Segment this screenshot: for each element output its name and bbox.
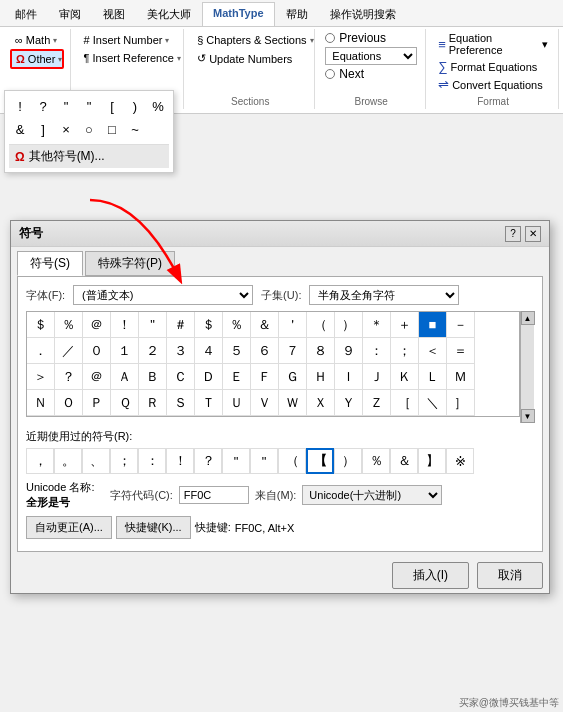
rc-3[interactable]: ； <box>110 448 138 474</box>
sym-rparen[interactable]: ) <box>124 95 146 117</box>
sym-question[interactable]: ? <box>32 95 54 117</box>
tab-view[interactable]: 视图 <box>92 2 136 26</box>
sc-0-13[interactable]: ＋ <box>391 312 419 338</box>
sc-3-9[interactable]: Ｗ <box>279 390 307 416</box>
sc-2-6[interactable]: Ｄ <box>195 364 223 390</box>
sc-3-4[interactable]: Ｒ <box>139 390 167 416</box>
equations-select[interactable]: Equations Sections <box>325 47 417 65</box>
tab-mail[interactable]: 邮件 <box>4 2 48 26</box>
sym-times[interactable]: × <box>55 118 77 140</box>
sc-2-9[interactable]: Ｇ <box>279 364 307 390</box>
sc-1-4[interactable]: ２ <box>139 338 167 364</box>
sc-1-11[interactable]: ９ <box>335 338 363 364</box>
sc-3-10[interactable]: Ｘ <box>307 390 335 416</box>
sc-0-8[interactable]: ＆ <box>251 312 279 338</box>
sc-2-11[interactable]: Ｉ <box>335 364 363 390</box>
convert-equations-button[interactable]: ⇌ Convert Equations <box>436 76 550 93</box>
symbol-grid-scrollbar[interactable]: ▲ ▼ <box>520 311 534 423</box>
sc-1-14[interactable]: ＜ <box>419 338 447 364</box>
sc-0-3[interactable]: ！ <box>111 312 139 338</box>
next-radio[interactable] <box>325 69 335 79</box>
rc-2[interactable]: 、 <box>82 448 110 474</box>
sym-ldq[interactable]: " <box>55 95 77 117</box>
sc-3-1[interactable]: Ｏ <box>55 390 83 416</box>
sc-2-3[interactable]: Ａ <box>111 364 139 390</box>
sc-2-13[interactable]: Ｋ <box>391 364 419 390</box>
sym-amp[interactable]: & <box>9 118 31 140</box>
sc-1-7[interactable]: ５ <box>223 338 251 364</box>
sc-3-7[interactable]: Ｕ <box>223 390 251 416</box>
tab-help[interactable]: 帮助 <box>275 2 319 26</box>
sc-3-0[interactable]: Ｎ <box>27 390 55 416</box>
sc-1-15[interactable]: ＝ <box>447 338 475 364</box>
sym-tilde[interactable]: ~ <box>124 118 146 140</box>
sc-3-14[interactable]: ＼ <box>419 390 447 416</box>
shortcut-key-button[interactable]: 快捷键(K)... <box>116 516 191 539</box>
rc-12[interactable]: ％ <box>362 448 390 474</box>
sc-2-10[interactable]: Ｈ <box>307 364 335 390</box>
rc-15[interactable]: ※ <box>446 448 474 474</box>
rc-11[interactable]: ） <box>334 448 362 474</box>
sc-1-3[interactable]: １ <box>111 338 139 364</box>
sc-1-13[interactable]: ； <box>391 338 419 364</box>
insert-button[interactable]: 插入(I) <box>392 562 469 589</box>
sc-2-0[interactable]: ＞ <box>27 364 55 390</box>
sc-2-4[interactable]: Ｂ <box>139 364 167 390</box>
sym-lbracket[interactable]: [ <box>101 95 123 117</box>
sym-circle[interactable]: ○ <box>78 118 100 140</box>
sc-0-9[interactable]: ＇ <box>279 312 307 338</box>
sc-1-0[interactable]: ． <box>27 338 55 364</box>
sc-0-5[interactable]: ＃ <box>167 312 195 338</box>
rc-8[interactable]: " <box>250 448 278 474</box>
from-select[interactable]: Unicode(十六进制) <box>302 485 442 505</box>
dialog-help-button[interactable]: ? <box>505 226 521 242</box>
scroll-down-btn[interactable]: ▼ <box>521 409 535 423</box>
tab-beautify[interactable]: 美化大师 <box>136 2 202 26</box>
sc-1-9[interactable]: ７ <box>279 338 307 364</box>
sc-1-12[interactable]: ： <box>363 338 391 364</box>
insert-number-button[interactable]: # Insert Number ▾ <box>79 31 178 49</box>
math-button[interactable]: ∞ Math ▾ <box>10 31 64 49</box>
sc-3-6[interactable]: Ｔ <box>195 390 223 416</box>
rc-7[interactable]: " <box>222 448 250 474</box>
sc-0-7[interactable]: ％ <box>223 312 251 338</box>
sc-2-12[interactable]: Ｊ <box>363 364 391 390</box>
sc-3-3[interactable]: Ｑ <box>111 390 139 416</box>
rc-13[interactable]: ＆ <box>390 448 418 474</box>
subset-select[interactable]: 半角及全角字符 <box>309 285 459 305</box>
sym-percent[interactable]: % <box>147 95 169 117</box>
other-symbols-button[interactable]: Ω 其他符号(M)... <box>9 144 169 168</box>
sc-0-2[interactable]: ＠ <box>83 312 111 338</box>
font-select[interactable]: (普通文本) <box>73 285 253 305</box>
sym-square[interactable]: □ <box>101 118 123 140</box>
rc-6[interactable]: ？ <box>194 448 222 474</box>
previous-radio[interactable] <box>325 33 335 43</box>
sc-2-15[interactable]: Ｍ <box>447 364 475 390</box>
tab-review[interactable]: 审阅 <box>48 2 92 26</box>
autocorrect-button[interactable]: 自动更正(A)... <box>26 516 112 539</box>
rc-10[interactable]: 【 <box>306 448 334 474</box>
sc-3-15[interactable]: ］ <box>447 390 475 416</box>
sc-1-6[interactable]: ４ <box>195 338 223 364</box>
sc-1-10[interactable]: ８ <box>307 338 335 364</box>
equation-preference-button[interactable]: ≡ Equation Preference ▾ <box>436 31 550 57</box>
tab-special-chars[interactable]: 特殊字符(P) <box>85 251 175 276</box>
format-equations-button[interactable]: ∑ Format Equations <box>436 58 550 75</box>
sc-0-6[interactable]: ＄ <box>195 312 223 338</box>
sc-3-12[interactable]: Ｚ <box>363 390 391 416</box>
rc-1[interactable]: 。 <box>54 448 82 474</box>
rc-14[interactable]: 】 <box>418 448 446 474</box>
sc-0-1[interactable]: ％ <box>55 312 83 338</box>
cancel-button[interactable]: 取消 <box>477 562 543 589</box>
update-numbers-button[interactable]: ↺ Update Numbers <box>192 49 308 68</box>
sc-2-14[interactable]: Ｌ <box>419 364 447 390</box>
rc-0[interactable]: ， <box>26 448 54 474</box>
sym-rdq[interactable]: " <box>78 95 100 117</box>
sc-1-5[interactable]: ３ <box>167 338 195 364</box>
chapters-sections-button[interactable]: § Chapters & Sections ▾ <box>192 31 308 49</box>
sc-2-1[interactable]: ？ <box>55 364 83 390</box>
tab-search[interactable]: 操作说明搜索 <box>319 2 407 26</box>
sc-3-8[interactable]: Ｖ <box>251 390 279 416</box>
sc-1-1[interactable]: ／ <box>55 338 83 364</box>
other-button[interactable]: Ω Other ▾ <box>10 49 64 69</box>
